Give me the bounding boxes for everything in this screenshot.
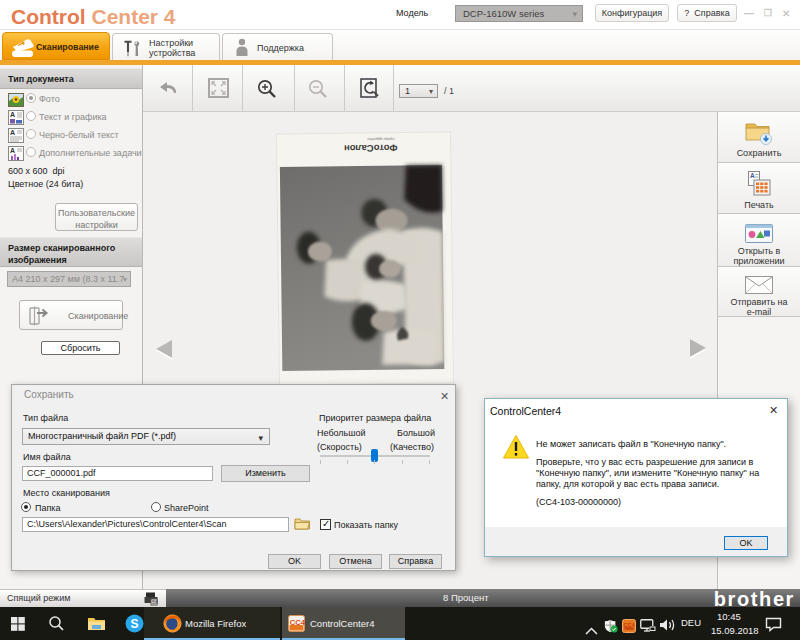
svg-text:A: A <box>10 129 15 136</box>
svg-text:CC4: CC4 <box>624 622 636 628</box>
svg-text:BK: BK <box>152 600 158 605</box>
svg-text:A: A <box>10 111 15 118</box>
svg-text:S: S <box>131 617 139 631</box>
svg-text:салон красоты: салон красоты <box>367 137 394 142</box>
svg-text:A: A <box>10 147 15 154</box>
svg-text:A: A <box>750 172 755 179</box>
svg-text:ФотоСалон: ФотоСалон <box>344 143 398 155</box>
svg-text:CC4: CC4 <box>290 618 305 627</box>
